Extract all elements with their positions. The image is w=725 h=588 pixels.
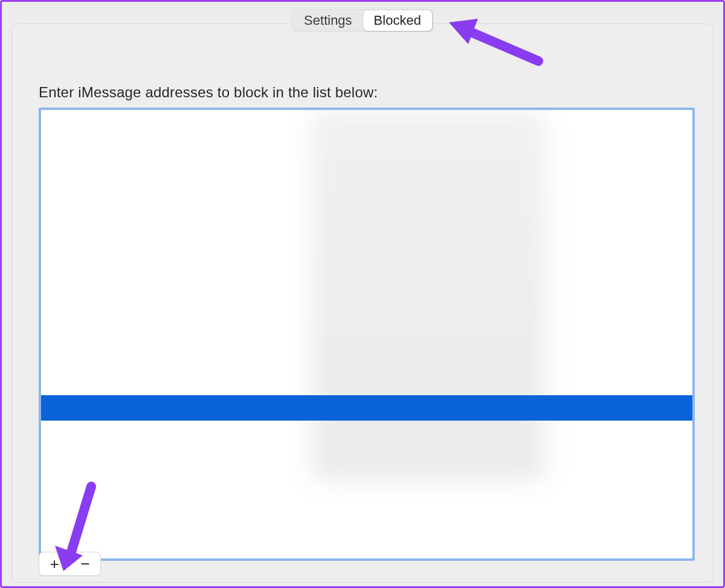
add-button[interactable]: + <box>39 552 69 575</box>
instruction-label: Enter iMessage addresses to block in the… <box>39 84 378 101</box>
tab-blocked[interactable]: Blocked <box>363 10 432 31</box>
tabs-segmented-control: Settings Blocked <box>292 9 433 32</box>
window-frame: Settings Blocked Enter iMessage addresse… <box>0 0 725 588</box>
redacted-content <box>314 115 543 477</box>
minus-icon: − <box>80 556 89 572</box>
selected-list-row[interactable] <box>41 395 692 421</box>
remove-button[interactable]: − <box>70 552 100 575</box>
add-remove-control: + − <box>39 552 101 576</box>
blocked-list[interactable] <box>39 108 695 561</box>
plus-icon: + <box>50 556 59 572</box>
preferences-panel: Enter iMessage addresses to block in the… <box>11 24 714 583</box>
tab-settings[interactable]: Settings <box>293 10 363 31</box>
